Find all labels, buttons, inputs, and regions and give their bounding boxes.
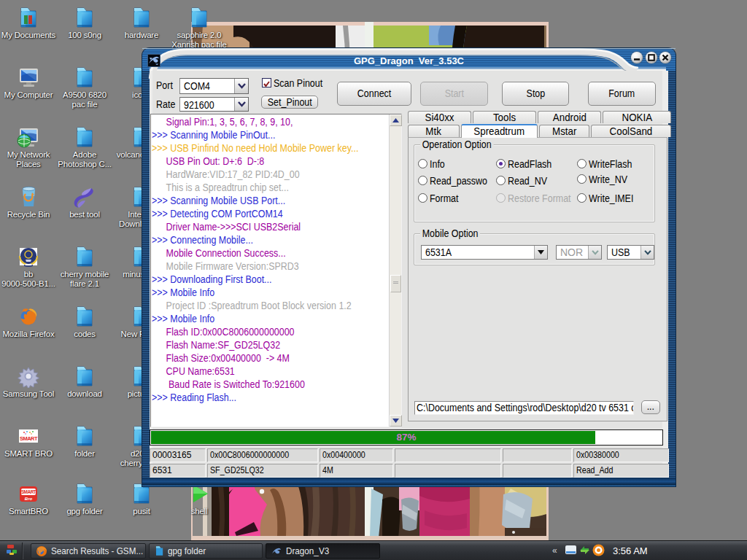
svg-text:SMART: SMART [20, 435, 38, 442]
svg-text:SMART: SMART [21, 489, 36, 494]
svg-text:Bro: Bro [25, 497, 33, 501]
